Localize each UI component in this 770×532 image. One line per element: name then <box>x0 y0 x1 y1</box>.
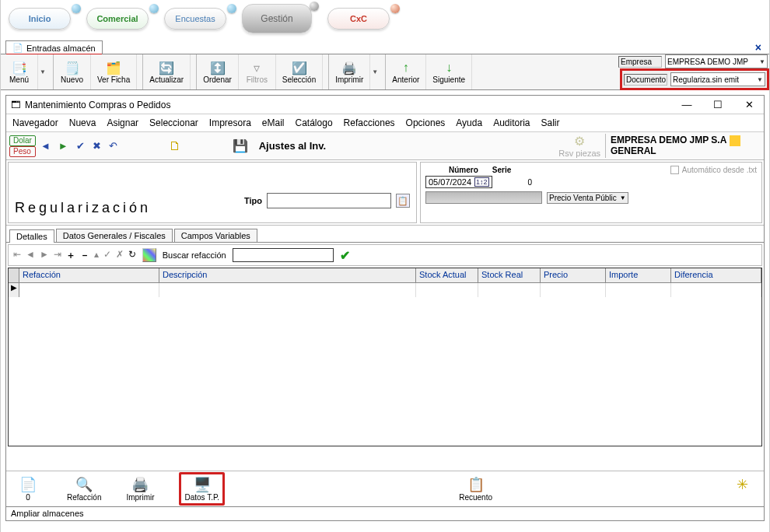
grid-last-icon[interactable]: ⇥ <box>54 249 61 262</box>
prev-icon: ↑ <box>403 60 409 75</box>
company-box: EMPRESA DEMO JMP S.A GENERAL <box>605 134 761 158</box>
menu-asignar[interactable]: Asignar <box>107 117 138 128</box>
menu-icon: 📑 <box>12 60 27 75</box>
rsv-piezas: ⚙ Rsv piezas <box>558 134 600 158</box>
menu-email[interactable]: eMail <box>262 117 285 128</box>
currency-toggle[interactable]: Dolar Peso <box>9 135 36 157</box>
search-go-icon[interactable]: ✔ <box>340 248 350 263</box>
toolbar-actualizar[interactable]: 🔄 Actualizar <box>143 54 191 89</box>
window-close[interactable]: ✕ <box>739 99 759 110</box>
grid-edit-icon[interactable]: ▴ <box>94 249 99 262</box>
menu-refacciones[interactable]: Refacciones <box>344 117 395 128</box>
recuento-icon: 📋 <box>467 476 485 493</box>
tab-campos-variables[interactable]: Campos Variables <box>174 229 257 242</box>
doc-title: Ajustes al Inv. <box>259 140 326 152</box>
grid-post-icon[interactable]: ✓ <box>103 249 111 262</box>
search-label: Buscar refacción <box>163 250 226 260</box>
auto-from-txt-checkbox[interactable]: Automático desde .txt <box>670 166 757 174</box>
table-row[interactable]: ▶ <box>9 283 761 297</box>
tabs: Detalles Datos Generales / Fiscales Camp… <box>6 229 764 243</box>
bb-zero[interactable]: 📄 0 <box>12 476 44 502</box>
grid-color-icon[interactable] <box>142 248 156 262</box>
date-picker-icon[interactable]: 1↕2 <box>474 177 489 187</box>
menu-catalogo[interactable]: Catálogo <box>296 117 333 128</box>
statusbar: Ampliar almacenes <box>6 506 764 520</box>
nav-undo[interactable]: ↶ <box>109 140 117 152</box>
col-precio[interactable]: Precio <box>541 268 606 282</box>
bb-datos-tp[interactable]: 🖥️ Datos T.P. <box>179 472 225 506</box>
toolbar-seleccion[interactable]: ☑️ Selección <box>276 54 323 89</box>
nav-check[interactable]: ✔ <box>76 140 85 152</box>
empresa-select[interactable]: EMPRESA DEMO JMP▼ <box>665 54 768 68</box>
nav-comercial[interactable]: Comercial <box>86 8 149 30</box>
col-diferencia[interactable]: Diferencia <box>671 268 761 282</box>
date-input[interactable]: 05/07/2024 1↕2 <box>425 176 492 188</box>
toolbar-menu-dd[interactable]: ▼ <box>38 54 47 89</box>
menu-impresora[interactable]: Impresora <box>209 117 251 128</box>
nav-cxc[interactable]: CxC <box>327 8 390 30</box>
grid-prev-icon[interactable]: ◄ <box>26 249 35 262</box>
col-refaccion[interactable]: Refacción <box>19 268 159 282</box>
nav-next[interactable]: ► <box>58 140 68 152</box>
menu-seleccionar[interactable]: Seleccionar <box>149 117 198 128</box>
tab-detalles[interactable]: Detalles <box>9 229 54 243</box>
nav-first[interactable]: ◄ <box>40 140 51 152</box>
document-tab-entradas-almacen[interactable]: 📄 Entradas almacén <box>5 40 103 54</box>
col-descripcion[interactable]: Descripción <box>159 268 416 282</box>
bb-misc[interactable]: ✳ <box>726 476 758 502</box>
menu-salir[interactable]: Salir <box>541 117 560 128</box>
toolbar-ordenar[interactable]: ↕️ Ordenar <box>197 54 239 89</box>
header-left: Regularización Tipo 📋 <box>8 162 417 223</box>
bottom-bar: 📄 0 🔍 Refacción 🖨️ Imprimir 🖥️ Datos T.P… <box>6 471 764 506</box>
bb-refaccion[interactable]: 🔍 Refacción <box>67 476 101 502</box>
col-stock-actual[interactable]: Stock Actual <box>416 268 478 282</box>
sheet-icon: 📄 <box>19 476 37 493</box>
nav-cancel[interactable]: ✖ <box>93 140 101 152</box>
menu-ayuda[interactable]: Ayuda <box>456 117 482 128</box>
grid-cancel-icon[interactable]: ✗ <box>116 249 124 262</box>
toolbar-ver-ficha[interactable]: 🗂️ Ver Ficha <box>91 54 137 89</box>
window-maximize[interactable]: ☐ <box>708 99 728 110</box>
toolbar-imprimir-dd[interactable]: ▼ <box>370 54 380 89</box>
documento-select[interactable]: Regulariza.sin emit▼ <box>670 72 765 86</box>
precio-select[interactable]: Precio Venta Públic▼ <box>547 192 628 204</box>
window-minimize[interactable]: — <box>677 99 697 110</box>
doc-icon: 📄 <box>12 43 23 53</box>
nav-inicio[interactable]: Inicio <box>9 8 71 30</box>
toolbar-anterior[interactable]: ↑ Anterior <box>386 54 426 89</box>
documento-label: Documento <box>624 74 667 86</box>
header-area: Regularización Tipo 📋 Automático desde .… <box>6 160 764 226</box>
grid-refresh-icon[interactable]: ↻ <box>128 249 136 262</box>
grid-first-icon[interactable]: ⇤ <box>13 249 21 262</box>
document-tab-close[interactable]: × <box>752 41 765 54</box>
grid-add-icon[interactable]: ＋ <box>66 249 75 262</box>
menu-nueva[interactable]: Nueva <box>69 117 96 128</box>
tipo-lookup-button[interactable]: 📋 <box>396 194 410 208</box>
tipo-input[interactable] <box>267 193 391 208</box>
toolbar-filtros[interactable]: ▿ Filtros <box>239 54 276 89</box>
col-stock-real[interactable]: Stock Real <box>478 268 541 282</box>
menu-auditoria[interactable]: Auditoria <box>493 117 530 128</box>
bb-imprimir[interactable]: 🖨️ Imprimir <box>124 476 156 502</box>
nav-encuestas[interactable]: Encuestas <box>164 8 226 30</box>
bb-recuento[interactable]: 📋 Recuento <box>459 476 492 502</box>
menubar: Navegador Nueva Asignar Seleccionar Impr… <box>6 114 764 132</box>
toolbar-imprimir[interactable]: 🖨️ Imprimir <box>329 54 370 89</box>
toolbar-siguiente[interactable]: ↓ Siguiente <box>426 54 472 89</box>
toolbar-menu[interactable]: 📑 Menú <box>1 54 38 89</box>
toolbar-nuevo[interactable]: 🗒️ Nuevo <box>54 54 91 89</box>
selection-icon: ☑️ <box>292 60 307 75</box>
menu-opciones[interactable]: Opciones <box>406 117 446 128</box>
rsv-icon: ⚙ <box>574 134 585 149</box>
sort-icon: ↕️ <box>210 60 226 75</box>
grid-del-icon[interactable]: － <box>80 249 89 262</box>
menu-navegador[interactable]: Navegador <box>12 117 58 128</box>
tab-datos-generales[interactable]: Datos Generales / Fiscales <box>56 229 173 242</box>
save-icon[interactable]: 💾 <box>233 138 248 153</box>
search-input[interactable] <box>233 248 334 262</box>
nav-gestion[interactable]: Gestión <box>242 4 312 33</box>
grid-next-icon[interactable]: ► <box>40 249 49 262</box>
print-icon: 🖨️ <box>341 60 357 75</box>
new-doc-icon[interactable]: 🗋 <box>169 139 181 153</box>
col-importe[interactable]: Importe <box>606 268 671 282</box>
